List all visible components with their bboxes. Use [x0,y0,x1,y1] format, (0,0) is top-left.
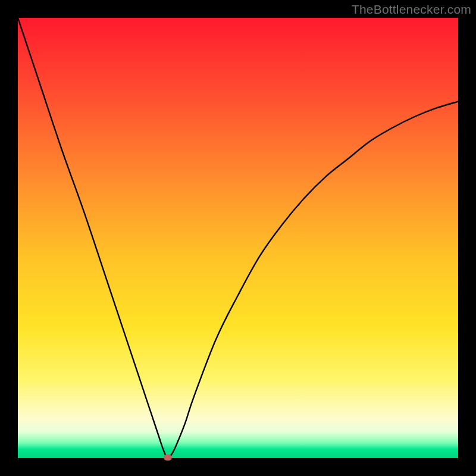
chart-frame: TheBottlenecker.com [0,0,476,476]
bottleneck-curve [18,18,458,458]
chart-plot-area [18,18,458,458]
watermark-text: TheBottlenecker.com [352,2,471,17]
optimal-point-marker [164,455,172,461]
